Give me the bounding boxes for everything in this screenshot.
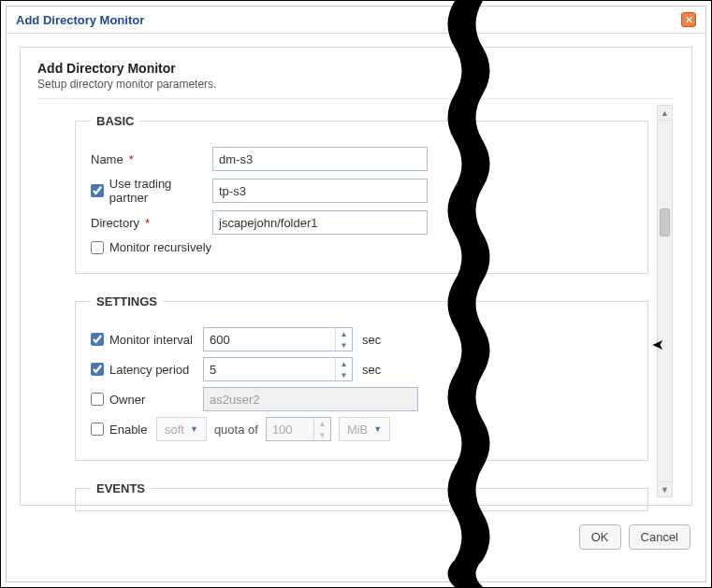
ok-button[interactable]: OK (579, 524, 621, 550)
monitor-interval-unit: sec (362, 333, 381, 347)
scroll-up-icon[interactable]: ▲ (658, 106, 672, 121)
name-input[interactable] (212, 147, 428, 171)
monitor-recursively-checkbox[interactable] (91, 241, 104, 254)
required-marker: * (145, 216, 150, 230)
basic-legend: BASIC (91, 114, 139, 128)
quota-type-value: soft (165, 423, 184, 437)
close-button[interactable]: ✕ (681, 12, 696, 27)
monitor-interval-input[interactable] (203, 327, 353, 351)
latency-period-label: Latency period (109, 363, 189, 377)
panel: Add Directory Monitor Setup directory mo… (20, 47, 692, 506)
quota-unit-select[interactable]: MiB ▼ (339, 417, 390, 441)
scroll-down-icon[interactable]: ▼ (658, 481, 672, 496)
monitor-interval-label: Monitor interval (109, 333, 193, 347)
monitor-recursively-label: Monitor recursively (109, 240, 211, 254)
enable-quota-label: Enable (109, 423, 147, 437)
basic-group: BASIC Name* Use trading partner (75, 114, 648, 274)
latency-period-checkbox[interactable] (91, 363, 104, 376)
dialog: Add Directory Monitor ✕ Add Directory Mo… (6, 6, 706, 582)
settings-group: SETTINGS Monitor interval ▲ ▼ (75, 294, 648, 461)
monitor-interval-checkbox[interactable] (91, 333, 104, 346)
monitor-interval-spinner[interactable]: ▲ ▼ (203, 327, 353, 351)
directory-input[interactable] (212, 210, 428, 235)
owner-label: Owner (109, 393, 145, 407)
trading-partner-input[interactable] (212, 179, 428, 203)
spinner-down-icon[interactable]: ▼ (314, 429, 330, 440)
use-trading-partner-checkbox[interactable] (91, 184, 104, 197)
quota-type-select[interactable]: soft ▼ (156, 417, 207, 441)
panel-subtitle: Setup directory monitor parameters. (37, 78, 675, 99)
quota-mid-label: quota of (214, 423, 258, 437)
events-legend: EVENTS (91, 481, 151, 495)
latency-period-unit: sec (362, 363, 381, 377)
latency-period-input[interactable] (203, 357, 353, 381)
quota-unit-value: MiB (347, 423, 368, 437)
dialog-title: Add Directory Monitor (16, 13, 144, 27)
chevron-down-icon: ▼ (190, 424, 198, 434)
directory-label: Directory (91, 216, 139, 230)
latency-period-spinner[interactable]: ▲ ▼ (203, 357, 353, 381)
use-trading-partner-label: Use trading partner (109, 177, 212, 205)
spinner-down-icon[interactable]: ▼ (336, 339, 352, 351)
scroll-thumb[interactable] (660, 208, 670, 237)
chevron-down-icon: ▼ (373, 424, 382, 434)
spinner-up-icon[interactable]: ▲ (336, 358, 352, 369)
required-marker: * (129, 152, 134, 166)
settings-legend: SETTINGS (91, 294, 163, 308)
quota-value-spinner[interactable]: ▲ ▼ (266, 417, 331, 441)
close-icon: ✕ (685, 15, 693, 25)
events-group: EVENTS (75, 481, 648, 511)
titlebar: Add Directory Monitor ✕ (7, 7, 705, 34)
cancel-button[interactable]: Cancel (629, 524, 690, 550)
owner-checkbox[interactable] (91, 393, 104, 406)
owner-input (203, 387, 418, 411)
scroll-area: BASIC Name* Use trading partner (37, 105, 675, 497)
spinner-up-icon[interactable]: ▲ (314, 418, 330, 429)
vertical-scrollbar[interactable]: ▲ ▼ (657, 105, 673, 497)
dialog-footer: OK Cancel (7, 515, 705, 561)
enable-quota-checkbox[interactable] (91, 423, 104, 436)
name-label: Name (91, 152, 124, 166)
panel-title: Add Directory Monitor (37, 61, 675, 76)
spinner-up-icon[interactable]: ▲ (336, 328, 352, 339)
spinner-down-icon[interactable]: ▼ (336, 369, 352, 380)
